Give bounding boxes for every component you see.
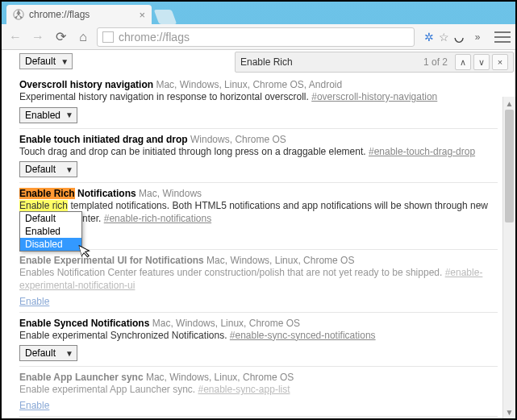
flag-desc: Enable rich templated notifications. Bot… [19,200,498,225]
browser-toolbar: ← → ⟳ ⌂ chrome://flags ✲ ☆ ◡ » [2,24,515,50]
radiation-icon [13,9,24,20]
chevron-down-icon: ▼ [65,165,73,174]
new-tab-button[interactable] [154,10,177,24]
flag-platforms: Mac, Windows, Linux, Chrome OS [146,372,294,383]
flag-title: Enable Synced Notifications [19,318,149,329]
flag-item: Enable touch initiated drag and drop Win… [19,129,498,184]
star-icon[interactable]: ☆ [439,31,449,44]
url-text: chrome://flags [119,31,190,44]
find-query[interactable]: Enable Rich [240,56,423,68]
extensions-chevron-icon[interactable]: » [469,28,486,46]
chevron-down-icon: ▼ [65,349,73,358]
flag-hash-link[interactable]: #enable-sync-app-list [198,384,290,395]
scroll-up-icon[interactable]: ▲ [503,97,515,110]
enable-link[interactable]: Enable [19,400,49,411]
chevron-down-icon: ▼ [60,57,69,66]
forward-button[interactable]: → [29,28,47,46]
flag-item: Overscroll history navigation Mac, Windo… [19,74,498,129]
dropdown-option[interactable]: Disabled [20,238,81,251]
chevron-down-icon: ▼ [65,110,73,119]
flag-desc: Experimental history navigation in respo… [19,91,309,102]
scroll-down-icon[interactable]: ▼ [503,405,515,418]
flag-select[interactable]: Enabled▼ [19,107,77,123]
top-select[interactable]: Default ▼ [19,53,73,69]
scrollbar[interactable]: ▲ ▼ [502,97,515,418]
flag-desc: Enable experimental Synchronized Notific… [19,330,227,341]
flag-hash-link[interactable]: #enable-rich-notifications [104,213,211,224]
flag-select[interactable]: Default▼ [19,345,77,361]
flag-desc: Enable experimental App Launcher sync. [19,384,195,395]
enable-link[interactable]: Enable [19,296,49,307]
flag-platforms: Mac, Windows, Linux, Chrome OS, Android [156,79,342,90]
flag-title: Enable Rich Notifications [19,188,136,199]
flag-desc: Enables Notification Center features und… [19,267,442,278]
url-actions: ✲ ☆ ◡ [424,31,464,44]
home-button[interactable]: ⌂ [74,28,92,46]
scroll-thumb[interactable] [505,110,514,222]
find-next-button[interactable]: ∨ [473,54,490,70]
menu-icon[interactable] [494,31,511,43]
scroll-track[interactable] [503,110,515,405]
flag-platforms: Mac, Windows, Linux, Chrome OS [152,318,300,329]
find-prev-button[interactable]: ∧ [455,54,471,70]
flag-item: Enable Rich Notifications Mac, Windows E… [19,183,498,250]
flag-title: Enable Experimental UI for Notifications [19,255,204,266]
dropdown-option[interactable]: Enabled [20,225,81,238]
browser-tab[interactable]: chrome://flags × [6,5,152,24]
flag-title: Enable App Launcher sync [19,372,144,383]
extension-icon[interactable]: ✲ [424,31,434,44]
find-bar: Enable Rich 1 of 2 ∧ ∨ × [235,52,514,73]
back-button[interactable]: ← [6,28,24,46]
close-icon[interactable]: × [139,9,145,21]
flag-title: Enable touch initiated drag and drop [19,134,188,145]
flag-platforms: Mac, Windows, Linux, Chrome OS [206,255,354,266]
pocket-icon[interactable]: ◡ [454,31,464,44]
flag-desc: Touch drag and drop can be initiated thr… [19,146,366,157]
flag-hash-link[interactable]: #enable-sync-synced-notifications [230,330,376,341]
flag-item: Enable Synced Notifications Mac, Windows… [19,313,498,368]
flag-item: Enable App Launcher sync Mac, Windows, L… [19,367,498,417]
reload-button[interactable]: ⟳ [52,28,69,46]
select-dropdown[interactable]: Default Enabled Disabled [19,211,82,252]
find-close-button[interactable]: × [492,54,508,70]
flag-hash-link[interactable]: #enable-touch-drag-drop [369,146,475,157]
flag-platforms: Mac, Windows [139,188,202,199]
flag-platforms: Windows, Chrome OS [190,134,286,145]
find-count: 1 of 2 [423,56,448,68]
tab-title: chrome://flags [29,9,90,20]
dropdown-option[interactable]: Default [20,212,81,225]
flag-select[interactable]: Default▼ [19,161,77,177]
top-select-value: Default [25,56,56,67]
flag-title: Overscroll history navigation [19,79,153,90]
url-bar[interactable]: chrome://flags [97,27,415,47]
page-icon [102,31,114,43]
flag-hash-link[interactable]: #overscroll-history-navigation [311,91,437,102]
tab-bar: chrome://flags × [2,2,515,24]
